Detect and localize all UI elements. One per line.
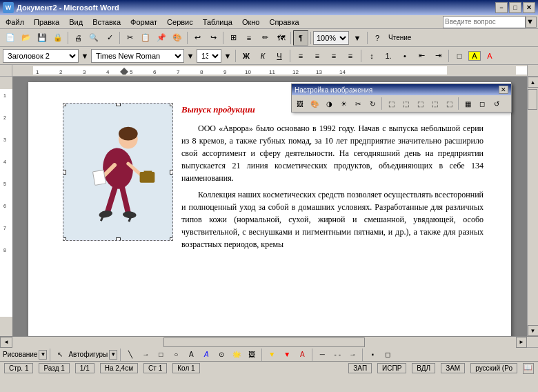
h-scroll-track[interactable]: [12, 337, 516, 348]
handle-ml[interactable]: [63, 170, 66, 175]
numbering[interactable]: 1.: [381, 48, 396, 63]
line-color[interactable]: ▼: [280, 349, 294, 361]
menu-file[interactable]: Файл: [1, 17, 28, 28]
maximize-button[interactable]: □: [509, 2, 521, 13]
ft-line-wrap5[interactable]: ⬚: [442, 97, 456, 110]
scroll-track[interactable]: [528, 88, 539, 325]
menu-insert[interactable]: Вставка: [88, 17, 125, 28]
spellcheck-button[interactable]: ✓: [102, 30, 117, 46]
style-select[interactable]: Заголовок 2: [3, 49, 79, 63]
ft-transparency[interactable]: ◻: [475, 97, 489, 110]
textbox-tool[interactable]: A: [184, 349, 198, 361]
align-justify[interactable]: ≡: [343, 48, 358, 63]
scroll-thumb[interactable]: [528, 89, 537, 110]
oval-tool[interactable]: ○: [169, 349, 183, 361]
image-tool[interactable]: 🖼: [245, 349, 259, 361]
italic-button[interactable]: К: [255, 48, 270, 63]
paste-button[interactable]: 📌: [154, 30, 169, 46]
clipart-tool[interactable]: 🌟: [230, 349, 243, 361]
help-button[interactable]: ?: [370, 30, 385, 46]
minimize-button[interactable]: –: [495, 2, 508, 13]
ft-line-wrap2[interactable]: ⬚: [399, 97, 412, 110]
columns-button[interactable]: ≡: [241, 30, 257, 46]
close-button[interactable]: ✕: [523, 2, 535, 13]
line-spacing[interactable]: ↕: [364, 48, 379, 63]
formatpaint-button[interactable]: 🎨: [170, 30, 185, 46]
docmap-button[interactable]: 🗺: [273, 30, 288, 46]
menu-window[interactable]: Окно: [238, 17, 264, 28]
table-button[interactable]: ⊞: [226, 30, 241, 46]
ft-line-wrap4[interactable]: ⬚: [428, 97, 441, 110]
ft-color-mode[interactable]: 🎨: [308, 97, 321, 110]
font-color[interactable]: A: [482, 48, 497, 63]
handle-bm[interactable]: [116, 237, 121, 241]
arrow-style[interactable]: →: [346, 349, 359, 361]
diagram-tool[interactable]: ⊙: [215, 349, 228, 361]
print-button[interactable]: 🖨: [70, 30, 86, 46]
redo-button[interactable]: ↪: [206, 30, 221, 46]
font-dropdown[interactable]: ▼: [186, 48, 195, 63]
ft-brightness[interactable]: ☀: [337, 97, 350, 110]
preview-button[interactable]: 🔍: [86, 30, 101, 46]
menu-format[interactable]: Формат: [126, 17, 161, 28]
highlight[interactable]: A: [468, 51, 481, 61]
handle-tm[interactable]: [116, 103, 121, 106]
vertical-scrollbar[interactable]: ▲ ▼: [527, 77, 538, 336]
handle-bl[interactable]: [63, 237, 66, 241]
fill-color[interactable]: ▼: [265, 349, 279, 361]
undo-button[interactable]: ↩: [190, 30, 205, 46]
window-controls[interactable]: – □ ✕: [495, 2, 535, 13]
float-toolbar-title[interactable]: Настройка изображения ✕: [292, 84, 511, 95]
ft-crop[interactable]: ✂: [351, 97, 365, 110]
ft-contrast[interactable]: ◑: [322, 97, 336, 110]
scroll-left-button[interactable]: ◄: [0, 337, 12, 348]
image-container[interactable]: [63, 103, 173, 241]
help-search[interactable]: ▼: [443, 16, 537, 28]
scroll-down-button[interactable]: ▼: [528, 325, 539, 336]
handle-tr[interactable]: [170, 103, 173, 106]
font-color-draw[interactable]: A: [295, 349, 309, 361]
zoom-dropdown[interactable]: ▼: [350, 30, 365, 46]
handle-br[interactable]: [170, 237, 173, 241]
size-dropdown[interactable]: ▼: [223, 48, 232, 63]
style-dropdown[interactable]: ▼: [80, 48, 90, 63]
ft-format-obj[interactable]: ▦: [461, 97, 475, 110]
menu-help[interactable]: Справка: [265, 17, 303, 28]
showhide-button[interactable]: ¶: [293, 30, 308, 46]
shadow-tool[interactable]: ▪: [366, 349, 379, 361]
autoshapes-dropdown[interactable]: ▼: [109, 350, 117, 360]
menu-table[interactable]: Таблица: [199, 17, 237, 28]
align-right[interactable]: ≡: [326, 48, 341, 63]
new-doc-button[interactable]: 📄: [3, 30, 18, 46]
ft-line-wrap3[interactable]: ⬚: [413, 97, 427, 110]
3d-tool[interactable]: ◻: [381, 349, 395, 361]
open-button[interactable]: 📂: [19, 30, 34, 46]
ft-insert-image[interactable]: 🖼: [293, 97, 307, 110]
align-center[interactable]: ≡: [310, 48, 325, 63]
line-tool[interactable]: ╲: [123, 349, 137, 361]
font-select[interactable]: Times New Roman: [91, 49, 184, 63]
align-left[interactable]: ≡: [293, 48, 308, 63]
ft-line-wrap1[interactable]: ⬚: [384, 97, 398, 110]
bullets[interactable]: •: [397, 48, 412, 63]
bold-button[interactable]: Ж: [239, 48, 254, 63]
ft-reset[interactable]: ↺: [490, 97, 504, 110]
size-select[interactable]: 13 10111214: [197, 49, 221, 63]
drawing-dropdown[interactable]: ▼: [39, 350, 47, 360]
drawing-button[interactable]: ✏: [257, 30, 272, 46]
copy-button[interactable]: 📋: [138, 30, 153, 46]
permission-button[interactable]: 🔒: [50, 30, 66, 46]
menu-view[interactable]: Вид: [65, 17, 87, 28]
ft-rotate[interactable]: ↻: [366, 97, 379, 110]
increase-indent[interactable]: ⇥: [430, 48, 446, 63]
h-scroll-thumb[interactable]: [163, 337, 365, 347]
decrease-indent[interactable]: ⇤: [414, 48, 429, 63]
menu-service[interactable]: Сервис: [163, 17, 197, 28]
reading-mode[interactable]: Чтение: [388, 34, 411, 41]
rect-tool[interactable]: □: [154, 349, 168, 361]
scroll-up-button[interactable]: ▲: [528, 77, 539, 88]
search-button[interactable]: ▼: [526, 17, 537, 28]
float-toolbar-close[interactable]: ✕: [499, 86, 508, 94]
save-button[interactable]: 💾: [34, 30, 50, 46]
dash-style[interactable]: - -: [330, 349, 344, 361]
